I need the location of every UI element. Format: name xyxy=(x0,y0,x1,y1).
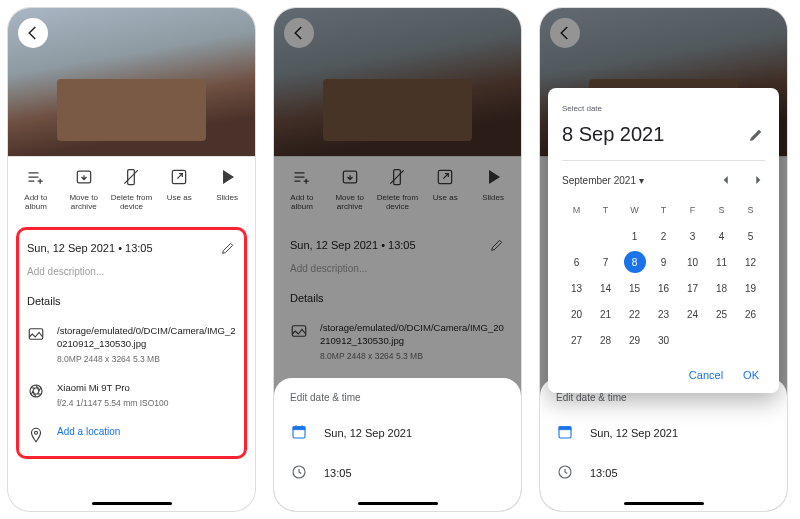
calendar-day[interactable]: 14 xyxy=(591,275,620,301)
calendar-day[interactable]: 15 xyxy=(620,275,649,301)
calendar-day[interactable]: 5 xyxy=(736,223,765,249)
sheet-date-value: Sun, 12 Sep 2021 xyxy=(590,427,678,439)
calendar-grid: MTWTFSS123456789101112131415161718192021… xyxy=(562,197,765,353)
calendar-day[interactable]: 16 xyxy=(649,275,678,301)
calendar-day[interactable]: 6 xyxy=(562,249,591,275)
no-phone-icon xyxy=(121,167,141,187)
action-move-to-archive[interactable]: Move to archive xyxy=(60,167,108,211)
open-in-new-icon xyxy=(169,167,189,187)
datetime-row[interactable]: Sun, 12 Sep 2021 • 13:05 xyxy=(27,240,236,256)
sheet-title: Edit date & time xyxy=(556,392,771,403)
edit-date-time-sheet: Edit date & time Sun, 12 Sep 2021 13:05 xyxy=(540,378,787,511)
calendar-day-empty xyxy=(736,327,765,353)
pencil-icon[interactable] xyxy=(747,126,765,144)
svg-rect-12 xyxy=(293,427,305,430)
calendar-day[interactable]: 7 xyxy=(591,249,620,275)
sheet-time-value: 13:05 xyxy=(324,467,352,479)
screen-edit-date-sheet: Add to album Move to archive Delete from… xyxy=(274,8,521,511)
calendar-day[interactable]: 17 xyxy=(678,275,707,301)
calendar-day[interactable]: 27 xyxy=(562,327,591,353)
details-heading: Details xyxy=(27,295,236,307)
chevron-down-icon: ▾ xyxy=(639,175,644,186)
calendar-day[interactable]: 21 xyxy=(591,301,620,327)
home-indicator[interactable] xyxy=(92,502,172,505)
back-button[interactable] xyxy=(18,18,48,48)
calendar-day[interactable]: 13 xyxy=(562,275,591,301)
month-label: September 2021 xyxy=(562,175,636,186)
action-label: Move to archive xyxy=(62,193,106,211)
dialog-subtitle: Select date xyxy=(562,104,765,113)
cancel-button[interactable]: Cancel xyxy=(689,369,723,381)
calendar-day-empty xyxy=(591,223,620,249)
calendar-day[interactable]: 30 xyxy=(649,327,678,353)
weekday-header: F xyxy=(678,197,707,223)
description-input[interactable]: Add description... xyxy=(27,266,236,277)
action-label: Use as xyxy=(167,193,192,202)
dialog-header: 8 Sep 2021 xyxy=(562,123,765,161)
camera-meta: f/2.4 1/1147 5.54 mm ISO100 xyxy=(57,398,236,408)
weekday-header: T xyxy=(591,197,620,223)
file-detail-row: /storage/emulated/0/DCIM/Camera/IMG_2021… xyxy=(27,325,236,364)
aperture-icon xyxy=(27,382,45,400)
play-icon xyxy=(217,167,237,187)
calendar-icon xyxy=(556,423,574,443)
action-use-as[interactable]: Use as xyxy=(155,167,203,211)
sheet-date-value: Sun, 12 Sep 2021 xyxy=(324,427,412,439)
calendar-day[interactable]: 19 xyxy=(736,275,765,301)
calendar-day[interactable]: 24 xyxy=(678,301,707,327)
calendar-day[interactable]: 2 xyxy=(649,223,678,249)
calendar-day[interactable]: 23 xyxy=(649,301,678,327)
action-add-to-album[interactable]: Add to album xyxy=(12,167,60,211)
dialog-actions: Cancel OK xyxy=(562,363,765,385)
calendar-day[interactable]: 20 xyxy=(562,301,591,327)
chevron-left-icon[interactable] xyxy=(719,173,733,187)
home-indicator[interactable] xyxy=(358,502,438,505)
calendar-day[interactable]: 26 xyxy=(736,301,765,327)
ok-button[interactable]: OK xyxy=(743,369,759,381)
calendar-day[interactable]: 11 xyxy=(707,249,736,275)
archive-icon xyxy=(74,167,94,187)
selected-date-text: 8 Sep 2021 xyxy=(562,123,664,146)
action-label: Slides xyxy=(216,193,238,202)
calendar-day[interactable]: 28 xyxy=(591,327,620,353)
pencil-icon[interactable] xyxy=(220,240,236,256)
calendar-day[interactable]: 18 xyxy=(707,275,736,301)
action-row: Add to album Move to archive Delete from… xyxy=(8,156,255,223)
camera-detail-row: Xiaomi Mi 9T Pro f/2.4 1/1147 5.54 mm IS… xyxy=(27,382,236,408)
calendar-day[interactable]: 4 xyxy=(707,223,736,249)
calendar-day-empty xyxy=(678,327,707,353)
calendar-day[interactable]: 25 xyxy=(707,301,736,327)
calendar-day[interactable]: 8 xyxy=(624,251,646,273)
image-icon xyxy=(27,325,45,343)
action-delete-from-device[interactable]: Delete from device xyxy=(108,167,156,211)
calendar-day[interactable]: 10 xyxy=(678,249,707,275)
location-row[interactable]: Add a location xyxy=(27,426,236,444)
calendar-day[interactable]: 3 xyxy=(678,223,707,249)
weekday-header: W xyxy=(620,197,649,223)
action-slides[interactable]: Slides xyxy=(203,167,251,211)
weekday-header: T xyxy=(649,197,678,223)
sheet-time-value: 13:05 xyxy=(590,467,618,479)
photo-preview[interactable] xyxy=(8,8,255,156)
calendar-day[interactable]: 1 xyxy=(620,223,649,249)
chevron-right-icon[interactable] xyxy=(751,173,765,187)
month-dropdown[interactable]: September 2021 ▾ xyxy=(562,175,644,186)
sheet-date-row[interactable]: Sun, 12 Sep 2021 xyxy=(290,423,505,443)
location-icon xyxy=(27,426,45,444)
calendar-day[interactable]: 29 xyxy=(620,327,649,353)
file-meta: 8.0MP 2448 x 3264 5.3 MB xyxy=(57,354,236,364)
home-indicator[interactable] xyxy=(624,502,704,505)
calendar-day[interactable]: 22 xyxy=(620,301,649,327)
calendar-day[interactable]: 9 xyxy=(649,249,678,275)
sheet-time-row[interactable]: 13:05 xyxy=(290,463,505,483)
weekday-header: S xyxy=(736,197,765,223)
svg-point-5 xyxy=(35,431,38,434)
weekday-header: M xyxy=(562,197,591,223)
playlist-add-icon xyxy=(26,167,46,187)
calendar-day[interactable]: 12 xyxy=(736,249,765,275)
info-panel-highlighted: Sun, 12 Sep 2021 • 13:05 Add description… xyxy=(16,227,247,458)
datetime-text: Sun, 12 Sep 2021 • 13:05 xyxy=(27,242,153,254)
svg-rect-18 xyxy=(559,427,571,430)
screen-date-picker: Add to album Move to archive Delete from… xyxy=(540,8,787,511)
weekday-header: S xyxy=(707,197,736,223)
